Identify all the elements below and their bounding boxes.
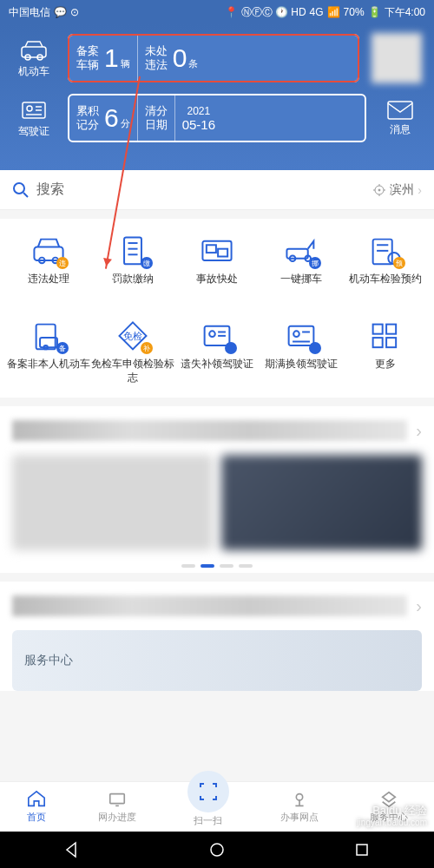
vehicle-tab[interactable]: 机动车 xyxy=(12,38,56,79)
license-info-card[interactable]: 累积 记分6分 清分 日期 202105-16 xyxy=(68,94,366,142)
services-grid: 违违法处理缴罚款缴纳事故快处挪一键挪车预机动车检验预约备备案非本人机动车免检补免… xyxy=(0,219,434,398)
svg-rect-26 xyxy=(218,249,227,257)
carousel-dots xyxy=(0,559,434,573)
list-item[interactable]: › xyxy=(0,582,434,630)
svg-point-9 xyxy=(14,183,24,194)
accident-icon xyxy=(199,233,235,268)
svg-point-43 xyxy=(293,331,299,337)
status-bar: 中国电信 💬⊙ 📍 ⓃⒻⒸ 🕐 HD 4G 📶 70% 🔋 下午4:00 xyxy=(0,0,434,24)
carrier: 中国电信 xyxy=(9,5,50,20)
nav-首页[interactable]: 首页 xyxy=(26,790,47,824)
service-renew-license[interactable]: 期满换领驾驶证 xyxy=(259,319,343,385)
service-more[interactable]: 更多 xyxy=(343,319,427,385)
svg-rect-46 xyxy=(372,325,382,334)
chevron-right-icon: › xyxy=(416,421,422,441)
svg-rect-25 xyxy=(207,245,216,253)
more-icon xyxy=(367,319,404,353)
list-item[interactable]: › xyxy=(0,406,434,455)
nav-网办进度[interactable]: 网办进度 xyxy=(98,790,136,824)
envelope-icon xyxy=(386,100,414,121)
service-exempt[interactable]: 免检补免检车申领检验标志 xyxy=(91,319,175,385)
svg-rect-48 xyxy=(372,338,382,347)
chevron-right-icon: › xyxy=(418,183,422,197)
car-icon xyxy=(20,38,48,62)
service-lost-license[interactable]: 遗失补领驾驶证 xyxy=(175,319,260,385)
nav-扫一扫[interactable]: 扫一扫 xyxy=(187,786,229,827)
svg-point-52 xyxy=(296,794,302,800)
svg-text:免检: 免检 xyxy=(123,331,142,341)
search-input[interactable]: 搜索 xyxy=(12,181,365,199)
service-register[interactable]: 备备案非本人机动车 xyxy=(7,319,91,385)
service-banner[interactable]: 服务中心 xyxy=(0,630,434,691)
service-tow[interactable]: 挪一键挪车 xyxy=(259,234,343,300)
svg-rect-3 xyxy=(23,102,45,118)
svg-point-53 xyxy=(211,844,223,856)
license-tab[interactable]: 驾驶证 xyxy=(12,98,56,139)
nav-icon-0 xyxy=(26,790,47,809)
carousel[interactable] xyxy=(0,455,434,559)
back-icon[interactable] xyxy=(63,841,81,858)
search-row: 搜索 滨州 › xyxy=(0,170,434,210)
service-receipt[interactable]: 缴罚款缴纳 xyxy=(91,234,175,300)
avatar[interactable] xyxy=(372,33,422,83)
svg-rect-54 xyxy=(357,845,367,855)
svg-rect-49 xyxy=(386,338,396,347)
scan-button[interactable] xyxy=(187,771,229,812)
svg-rect-42 xyxy=(288,326,313,345)
svg-point-12 xyxy=(378,189,380,191)
android-nav xyxy=(0,832,434,868)
location-icon xyxy=(372,183,386,197)
watermark: Baidu 经验 jingyan.baidu.com xyxy=(357,804,427,828)
vehicle-info-card[interactable]: 备案 车辆1辆 未处 违法0条 xyxy=(68,34,359,82)
home-icon[interactable] xyxy=(208,841,226,858)
license-icon xyxy=(20,98,48,122)
header: 机动车 备案 车辆1辆 未处 违法0条 驾驶证 累积 记分6分 清分 日期 20… xyxy=(0,24,434,170)
battery: 70% xyxy=(344,6,365,18)
messages-button[interactable]: 消息 xyxy=(378,100,422,137)
svg-line-10 xyxy=(23,193,28,197)
svg-rect-47 xyxy=(386,325,396,334)
svg-rect-20 xyxy=(124,238,141,265)
svg-rect-8 xyxy=(388,102,412,119)
chevron-right-icon: › xyxy=(416,596,422,616)
clock: 下午4:00 xyxy=(385,5,425,20)
scan-icon xyxy=(198,781,219,802)
svg-point-4 xyxy=(27,106,32,111)
recent-icon[interactable] xyxy=(353,841,371,858)
svg-rect-50 xyxy=(110,794,125,804)
service-inspection[interactable]: 预机动车检验预约 xyxy=(343,234,427,300)
carousel-card[interactable] xyxy=(12,455,213,550)
svg-point-39 xyxy=(209,331,215,337)
carousel-card[interactable] xyxy=(221,455,422,550)
service-car-violation[interactable]: 违违法处理 xyxy=(7,234,91,300)
service-accident[interactable]: 事故快处 xyxy=(175,234,260,300)
nav-办事网点[interactable]: 办事网点 xyxy=(280,790,319,824)
nav-icon-3 xyxy=(289,790,310,809)
network: 4G xyxy=(310,6,324,18)
nav-icon-1 xyxy=(107,790,128,809)
city-picker[interactable]: 滨州 › xyxy=(372,182,422,198)
svg-rect-38 xyxy=(205,326,230,345)
search-icon xyxy=(12,181,30,199)
